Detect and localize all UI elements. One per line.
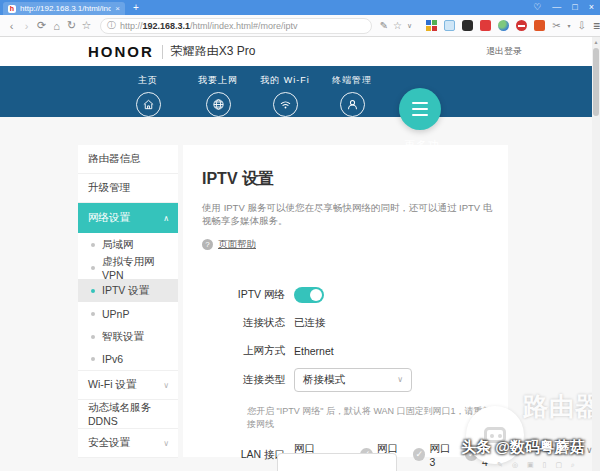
maximize-button[interactable]: □ — [572, 1, 577, 14]
nav-item-wifi[interactable]: 我的 Wi-Fi — [250, 66, 320, 117]
bullet-icon — [91, 357, 95, 361]
sidebar-item-network-settings[interactable]: 网络设置∧ — [78, 203, 178, 233]
watermark-byline: 头条 @数码粤蘑菇 — [461, 438, 585, 457]
scissors-menu-icon[interactable]: ▾ — [568, 22, 571, 29]
bullet-icon — [91, 289, 95, 293]
bookmark-dropdown-icon[interactable]: ∨ — [407, 22, 412, 30]
browser-menu-icon[interactable]: ≡ — [593, 19, 600, 33]
chevron-down-icon: ∨ — [163, 439, 169, 448]
access-mode-value: Ethernet — [294, 345, 334, 357]
tab-title: http://192.168.3.1/html/ind — [20, 4, 111, 13]
feedback-icon[interactable]: ♡ — [533, 1, 541, 14]
connection-status-label: 连接状态 — [202, 316, 285, 330]
scrollbar-thumb[interactable] — [593, 48, 599, 116]
browser-titlebar: h http://192.168.3.1/html/ind × + ♡ — □ … — [0, 0, 600, 15]
sidebar-item-iptv[interactable]: IPTV 设置 — [78, 279, 178, 302]
top-navbar: 主页 我要上网 我的 Wi-Fi 终端管理 更多功能 — [0, 66, 600, 117]
sidebar-item-vpn[interactable]: 虚拟专用网 VPN — [78, 256, 178, 279]
home-icon — [136, 92, 161, 117]
settings-sidebar: 路由器信息 升级管理 网络设置∧ 局域网 虚拟专用网 VPN IPTV 设置 U… — [78, 145, 178, 457]
download-icon[interactable]: ⇩ — [578, 20, 586, 31]
phone-icon: ▯ — [543, 461, 547, 469]
extension-globe-icon[interactable] — [498, 20, 509, 31]
sidebar-item-ipv6[interactable]: IPv6 — [78, 348, 178, 371]
forward-icon[interactable]: › — [19, 20, 34, 32]
sidebar-item-router-info[interactable]: 路由器信息 — [78, 145, 178, 174]
chevron-down-icon: ∨ — [163, 381, 169, 390]
bullet-icon — [91, 243, 95, 247]
router-model: 荣耀路由X3 Pro — [171, 43, 256, 60]
sidebar-item-upgrade[interactable]: 升级管理 — [78, 174, 178, 203]
nav-item-internet[interactable]: 我要上网 — [183, 66, 253, 117]
sidebar-item-wifi-settings[interactable]: Wi-Fi 设置∨ — [78, 371, 178, 400]
chevron-up-icon: ∧ — [163, 214, 169, 223]
lan-port-label: LAN 接口 — [202, 448, 285, 462]
sidebar-item-security[interactable]: 安全设置∨ — [78, 429, 178, 458]
more-menu-button[interactable] — [399, 88, 441, 130]
brand-divider — [162, 45, 163, 59]
sidebar-item-ddns[interactable]: 动态域名服务 DDNS — [78, 400, 178, 429]
hamburger-icon — [412, 102, 428, 104]
extension-orange-icon[interactable] — [534, 20, 545, 31]
extension-grid-icon[interactable] — [426, 20, 437, 31]
pen-icon: ✎ — [497, 461, 503, 469]
sidebar-item-upnp[interactable]: UPnP — [78, 302, 178, 325]
help-icon: ? — [202, 239, 213, 250]
checkbox-checked-icon[interactable]: ✓ — [413, 448, 426, 461]
watermark-action-icons: ✎◎▣▯▢⌕ — [497, 461, 575, 469]
edit-icon[interactable]: ✎ — [380, 20, 388, 31]
connection-type-label: 连接类型 — [202, 373, 285, 387]
nav-item-home[interactable]: 主页 — [113, 66, 183, 117]
site-favicon: h — [8, 5, 16, 13]
page-scrollbar[interactable]: ▲ — [592, 37, 600, 471]
nav-item-devices[interactable]: 终端管理 — [317, 66, 387, 117]
connection-status-value: 已连接 — [294, 316, 326, 330]
minimize-button[interactable]: — — [552, 1, 561, 14]
circle-icon: ◎ — [512, 461, 518, 469]
bullet-icon — [91, 312, 95, 316]
devices-icon — [340, 92, 365, 117]
screenshot-scissors-icon[interactable]: ✂ — [552, 20, 560, 31]
restore-session-icon[interactable]: ↻ — [64, 19, 79, 32]
bullet-icon — [91, 335, 95, 339]
globe-icon — [206, 92, 231, 117]
iptv-network-toggle[interactable] — [294, 287, 324, 303]
save-button[interactable] — [277, 453, 397, 471]
screen: { "browser": { "tab_title": "http://192.… — [0, 0, 600, 471]
lan-port-3[interactable]: ✓网口3 — [413, 442, 456, 468]
chevron-down-icon: ∨ — [397, 375, 403, 384]
extension-panda-icon[interactable] — [462, 20, 473, 31]
bullet-icon — [91, 266, 95, 270]
tab-close-icon[interactable]: × — [115, 4, 120, 13]
browser-toolbar: ‹ › ⟳ ⌂ ↻ ☆ ⓘ http://192.168.3.1/html/in… — [0, 15, 600, 37]
iptv-settings-panel: IPTV 设置 使用 IPTV 服务可以使您在尽享畅快网络的同时，还可以通过 I… — [183, 145, 508, 457]
access-mode-label: 上网方式 — [202, 344, 285, 358]
close-button[interactable]: × — [589, 1, 594, 14]
address-bar[interactable]: ⓘ http://192.168.3.1/html/index.html#/mo… — [100, 18, 372, 34]
favorites-icon[interactable]: ☆ — [79, 19, 94, 32]
url-text: http://192.168.3.1/html/index.html#/more… — [120, 21, 298, 31]
sidebar-item-hilink[interactable]: 智联设置 — [78, 325, 178, 348]
page-description: 使用 IPTV 服务可以使您在尽享畅快网络的同时，还可以通过 IPTV 电视畅享… — [202, 201, 494, 228]
extension-pc-icon[interactable] — [444, 20, 455, 31]
scroll-up-icon[interactable]: ▲ — [592, 37, 600, 47]
refresh-icon[interactable]: ⟳ — [34, 19, 49, 32]
brand-logo: HONOR — [88, 43, 154, 60]
logout-link[interactable]: 退出登录 — [486, 45, 522, 58]
browser-tab[interactable]: h http://192.168.3.1/html/ind × — [3, 2, 125, 15]
window-icon: ▢ — [555, 461, 562, 469]
page-help-link[interactable]: 页面帮助 — [218, 238, 256, 251]
home-icon[interactable]: ⌂ — [49, 20, 64, 32]
site-info-icon[interactable]: ⓘ — [107, 19, 116, 32]
adblock-icon[interactable] — [516, 20, 527, 31]
site-header: HONOR 荣耀路由X3 Pro 退出登录 — [0, 37, 600, 66]
back-icon[interactable]: ‹ — [4, 20, 19, 32]
search-icon: ⌕ — [571, 461, 575, 469]
bookmark-star-icon[interactable]: ☆ — [393, 20, 402, 31]
watermark-title: 路由器 — [523, 390, 600, 423]
new-tab-button[interactable]: + — [133, 1, 139, 14]
extension-red-icon[interactable] — [480, 20, 491, 31]
iptv-network-label: IPTV 网络 — [202, 288, 285, 302]
connection-type-select[interactable]: 桥接模式 ∨ — [294, 368, 412, 392]
sidebar-item-lan[interactable]: 局域网 — [78, 233, 178, 256]
